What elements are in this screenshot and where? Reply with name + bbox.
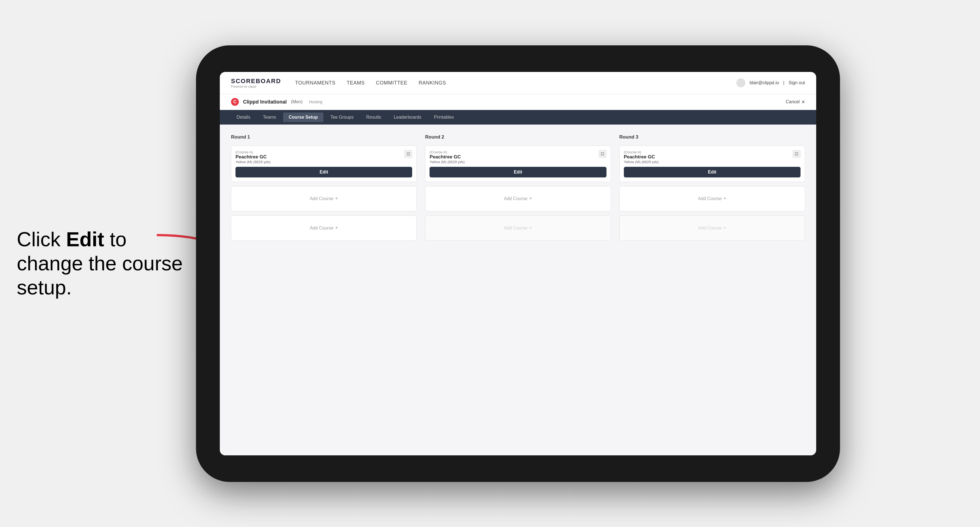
sign-out-link[interactable]: Sign out [789,80,805,85]
add-course-label-6: Add Course [698,225,722,231]
course-name-2: Peachtree GC [430,154,598,160]
nav-committee[interactable]: COMMITTEE [376,80,408,86]
plus-icon-4: + [529,225,532,231]
nav-rankings[interactable]: RANKINGS [418,80,446,86]
logo-powered: Powered by clippd [231,85,281,88]
round-1-column: Round 1 (Course A) Peachtree GC Yellow (… [231,134,417,241]
course-label-2: (Course A) [430,150,598,154]
round-3-course-card: (Course A) Peachtree GC Yellow (M) (6629… [619,146,805,182]
round-2-add-course-2: Add Course + [425,216,611,241]
course-label-3: (Course A) [624,150,793,154]
course-name: Peachtree GC [235,154,404,160]
course-details: Yellow (M) (6629 yds) [235,160,404,164]
round-3-add-course-2: Add Course + [619,216,805,241]
course-info: (Course A) Peachtree GC Yellow (M) (6629… [235,150,404,164]
round-2-course-card: (Course A) Peachtree GC Yellow (M) (6629… [425,146,611,182]
clippd-icon: C [231,98,239,106]
tab-bar: Details Teams Course Setup Tee Groups Re… [220,110,816,125]
plus-icon-2: + [335,225,338,231]
delete-icon-2: ⊡ [601,151,604,156]
course-card-header: (Course A) Peachtree GC Yellow (M) (6629… [235,150,412,164]
cancel-label: Cancel [786,99,800,105]
delete-icon-3: ⊡ [795,151,798,156]
round-1-delete-button[interactable]: ⊡ [404,150,412,158]
sub-header: C Clippd Invitational (Men) Hosting Canc… [220,94,816,110]
plus-icon-5: + [723,196,726,202]
round-1-add-course-2[interactable]: Add Course + [231,216,417,241]
add-course-label-4: Add Course [504,225,528,231]
add-course-label-5: Add Course [698,196,722,201]
course-details-3: Yellow (M) (6629 yds) [624,160,793,164]
tab-course-setup[interactable]: Course Setup [283,113,323,122]
round-3-edit-button[interactable]: Edit [624,167,800,178]
round-3-delete-button[interactable]: ⊡ [793,150,800,158]
add-course-label-2: Add Course [310,225,334,231]
tournament-gender: (Men) [291,99,303,105]
course-card-header-2: (Course A) Peachtree GC Yellow (M) (6629… [430,150,606,164]
nav-tournaments[interactable]: TOURNAMENTS [295,80,336,86]
nav-links: TOURNAMENTS TEAMS COMMITTEE RANKINGS [295,80,737,86]
add-course-text-2: Add Course + [310,225,338,231]
course-info-3: (Course A) Peachtree GC Yellow (M) (6629… [624,150,793,164]
tablet-screen: SCOREBOARD Powered by clippd TOURNAMENTS… [220,72,816,456]
course-card-header-3: (Course A) Peachtree GC Yellow (M) (6629… [624,150,800,164]
round-1-add-course-1[interactable]: Add Course + [231,186,417,211]
add-course-text-4: Add Course + [504,225,532,231]
instruction-prefix: Click [17,228,66,251]
round-2-title: Round 2 [425,134,611,140]
cancel-button[interactable]: Cancel ✕ [786,99,805,105]
user-email: blair@clippd.io [749,80,779,85]
add-course-label-1: Add Course [310,196,334,201]
tablet-frame: SCOREBOARD Powered by clippd TOURNAMENTS… [196,45,840,482]
tab-leaderboards[interactable]: Leaderboards [388,113,427,122]
course-info-2: (Course A) Peachtree GC Yellow (M) (6629… [430,150,598,164]
top-nav: SCOREBOARD Powered by clippd TOURNAMENTS… [220,72,816,94]
plus-icon-1: + [335,196,338,202]
round-1-title: Round 1 [231,134,417,140]
course-details-2: Yellow (M) (6629 yds) [430,160,598,164]
separator: | [783,80,784,85]
delete-icon: ⊡ [407,151,410,156]
sub-header-left: C Clippd Invitational (Men) Hosting [231,98,786,106]
add-course-label-3: Add Course [504,196,528,201]
avatar [737,78,745,87]
plus-icon-6: + [723,225,726,231]
add-course-text-3: Add Course + [504,196,532,202]
tournament-name: Clippd Invitational [243,99,287,105]
round-1-course-card: (Course A) Peachtree GC Yellow (M) (6629… [231,146,417,182]
tab-details[interactable]: Details [231,113,256,122]
round-3-column: Round 3 (Course A) Peachtree GC Yellow (… [619,134,805,241]
instruction-bold: Edit [66,228,104,251]
add-course-text-6: Add Course + [698,225,726,231]
round-1-edit-button[interactable]: Edit [235,167,412,178]
round-2-add-course-1[interactable]: Add Course + [425,186,611,211]
tab-tee-groups[interactable]: Tee Groups [325,113,359,122]
close-icon: ✕ [801,99,805,105]
round-3-title: Round 3 [619,134,805,140]
round-2-column: Round 2 (Course A) Peachtree GC Yellow (… [425,134,611,241]
round-3-add-course-1[interactable]: Add Course + [619,186,805,211]
logo-scoreboard: SCOREBOARD [231,78,281,85]
hosting-badge: Hosting [309,100,322,104]
rounds-grid: Round 1 (Course A) Peachtree GC Yellow (… [231,134,805,241]
course-name-3: Peachtree GC [624,154,793,160]
nav-teams[interactable]: TEAMS [347,80,365,86]
round-2-edit-button[interactable]: Edit [430,167,606,178]
plus-icon-3: + [529,196,532,202]
tab-results[interactable]: Results [361,113,387,122]
add-course-text-1: Add Course + [310,196,338,202]
course-label: (Course A) [235,150,404,154]
tab-printables[interactable]: Printables [428,113,460,122]
nav-right: blair@clippd.io | Sign out [737,78,805,87]
tab-teams[interactable]: Teams [257,113,282,122]
logo-area: SCOREBOARD Powered by clippd [231,78,281,88]
add-course-text-5: Add Course + [698,196,726,202]
main-content: Round 1 (Course A) Peachtree GC Yellow (… [220,125,816,456]
round-2-delete-button[interactable]: ⊡ [599,150,606,158]
